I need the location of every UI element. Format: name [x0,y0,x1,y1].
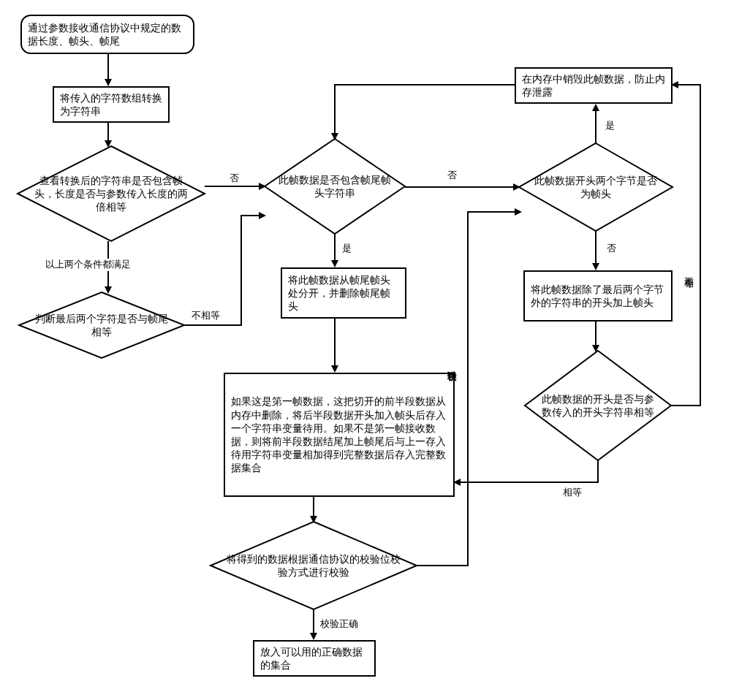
label-both-satisfied: 以上两个条件都满足 [44,259,132,271]
label-no-3: 否 [605,243,618,255]
svg-marker-33 [515,208,522,216]
svg-marker-32 [453,479,461,486]
verify-text: 将得到的数据根据通信协议的校验位校验方式进行校验 [211,552,417,579]
check-header-len-text: 查看转换后的字符串是否包含帧头，长度是否与参数传入长度的两倍相等 [18,174,205,214]
label-equal: 相等 [561,487,583,499]
svg-marker-26 [592,104,599,111]
svg-marker-31 [671,81,678,88]
label-yes-2: 是 [604,120,616,132]
svg-marker-11 [105,286,112,294]
svg-marker-7 [105,79,112,86]
svg-marker-22 [310,633,317,640]
label-no-2: 否 [446,170,458,182]
label-yes-1: 是 [341,243,353,255]
first-two-head-text: 此帧数据开头两个字节是否为帧头 [519,174,673,200]
svg-marker-28 [592,263,599,270]
svg-marker-34 [331,133,338,140]
svg-marker-9 [105,140,112,148]
contains-tail-head-text: 此帧数据是否包含帧尾帧头字符串 [265,173,405,199]
svg-marker-20 [310,516,317,523]
svg-marker-16 [331,260,338,267]
connectors [0,0,731,700]
label-no-1: 否 [228,172,240,185]
svg-marker-30 [592,345,599,352]
start-equal-param-text: 此帧数据的开头是否与参数传入的开头字符串相等 [525,392,671,419]
svg-marker-18 [331,365,338,373]
check-tail-equal-text: 判断最后两个字符是否与帧尾相等 [19,312,184,338]
label-verify-correct: 校验正确 [319,618,360,631]
flowchart-canvas: 通过参数接收通信协议中规定的数据长度、帧头、帧尾 将传入的字符数组转换为字符串 … [0,0,731,700]
svg-marker-14 [259,212,266,219]
label-not-equal-1: 不相等 [190,310,221,322]
